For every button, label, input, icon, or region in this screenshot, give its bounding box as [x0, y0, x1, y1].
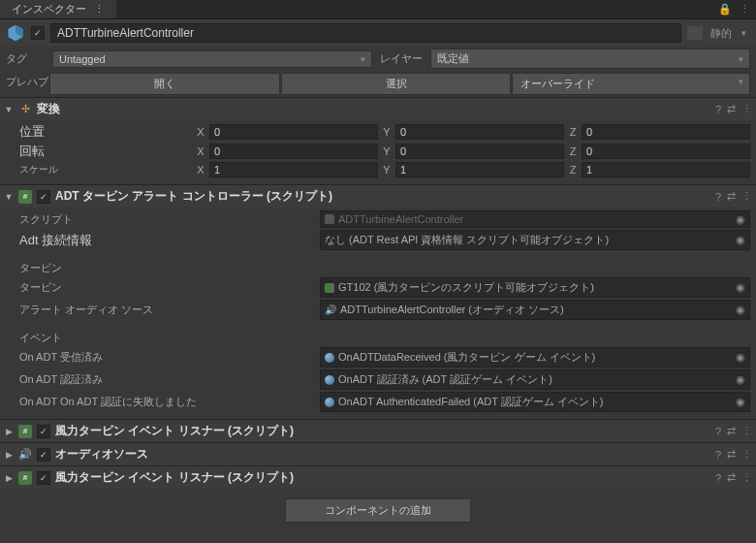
- collapsed-title-3: 風力タービン イベント リスナー (スクリプト): [55, 469, 710, 486]
- object-picker-icon[interactable]: ◉: [736, 396, 745, 408]
- tag-dropdown[interactable]: Untagged: [52, 50, 372, 68]
- prefab-select-button[interactable]: 選択: [281, 73, 512, 95]
- tag-value: Untagged: [59, 53, 106, 65]
- object-picker-icon[interactable]: ◉: [736, 303, 745, 316]
- foldout-collapsed-icon[interactable]: ▶: [4, 427, 14, 436]
- audio-source-section: ▶ 🔊 ✓ オーディオソース ?⇄⋮: [0, 442, 756, 465]
- script-icon: #: [18, 425, 32, 438]
- adt-script-header[interactable]: ▼ # ✓ ADT タービン アラート コントローラー (スクリプト) ?⇄⋮: [0, 185, 756, 208]
- scale-y-input[interactable]: [395, 162, 564, 177]
- audio-value: ADTTurbineAlertController (オーディオ ソース): [340, 303, 564, 317]
- adt-script-props: スクリプト ADTTurbineAlertController◉ Adt 接続情…: [0, 208, 756, 419]
- script-field[interactable]: ADTTurbineAlertController◉: [320, 210, 750, 228]
- context-menu-icon[interactable]: ⋮: [740, 3, 750, 16]
- help-icon[interactable]: ?: [715, 472, 721, 484]
- menu-icon[interactable]: ⋮: [741, 103, 752, 115]
- prefab-open-button[interactable]: 開く: [49, 73, 280, 95]
- component-enabled-checkbox[interactable]: ✓: [37, 471, 50, 485]
- speaker-icon: 🔊: [18, 448, 32, 461]
- foldout-icon[interactable]: ▼: [4, 192, 14, 202]
- turbine-field[interactable]: GT102 (風力タービンのスクリプト可能オブジェクト)◉: [320, 277, 750, 298]
- static-dropdown-icon[interactable]: ▾: [738, 28, 750, 38]
- position-label: 位置: [19, 123, 194, 141]
- add-component-button[interactable]: コンポーネントの追加: [285, 498, 471, 523]
- object-picker-icon[interactable]: ◉: [736, 213, 745, 226]
- menu-icon[interactable]: ⋮: [741, 425, 752, 437]
- help-icon[interactable]: ?: [715, 426, 721, 437]
- help-icon[interactable]: ?: [715, 191, 721, 203]
- position-y-input[interactable]: [395, 124, 564, 140]
- tag-layer-row: タグ Untagged レイヤー 既定値: [0, 47, 756, 71]
- conn-field[interactable]: なし (ADT Rest API 資格情報 スクリプト可能オブジェクト)◉: [320, 230, 750, 250]
- scale-z-input[interactable]: [582, 162, 750, 177]
- gameobject-name-input[interactable]: [50, 23, 681, 43]
- transform-section: ▼ ✢ 変換 ?⇄⋮ 位置 XYZ 回転 XYZ スケール XYZ: [0, 97, 756, 184]
- prefab-overrides-dropdown[interactable]: オーバーライド▾: [512, 73, 750, 95]
- audio-field[interactable]: 🔊ADTTurbineAlertController (オーディオ ソース)◉: [320, 300, 750, 320]
- tab-bar: インスペクター ⋮ 🔒 ⋮: [0, 0, 756, 19]
- object-picker-icon[interactable]: ◉: [736, 281, 745, 294]
- tab-menu-icon[interactable]: ⋮: [94, 3, 105, 16]
- component-enabled-checkbox[interactable]: ✓: [37, 425, 50, 438]
- event2-field[interactable]: OnADT 認証済み (ADT 認証ゲーム イベント)◉: [320, 369, 750, 390]
- wind-turbine-listener-2-header[interactable]: ▶ # ✓ 風力タービン イベント リスナー (スクリプト) ?⇄⋮: [0, 466, 756, 489]
- script-field-value: ADTTurbineAlertController: [338, 213, 463, 225]
- component-enabled-checkbox[interactable]: ✓: [37, 190, 50, 204]
- menu-icon[interactable]: ⋮: [741, 190, 752, 203]
- layer-dropdown[interactable]: 既定値: [430, 48, 750, 69]
- component-enabled-checkbox[interactable]: ✓: [37, 448, 50, 462]
- object-picker-icon[interactable]: ◉: [736, 351, 745, 364]
- object-picker-icon[interactable]: ◉: [736, 373, 745, 386]
- help-icon[interactable]: ?: [715, 104, 721, 115]
- foldout-collapsed-icon[interactable]: ▶: [4, 450, 14, 460]
- rotation-z-input[interactable]: [582, 144, 750, 159]
- x-label: X: [194, 124, 207, 140]
- preset-icon[interactable]: ⇄: [727, 103, 736, 115]
- preset-icon[interactable]: ⇄: [727, 471, 736, 484]
- event2-label: On ADT 認証済み: [19, 372, 320, 387]
- event3-field[interactable]: OnADT AuthenticatedFailed (ADT 認証ゲーム イベン…: [320, 392, 750, 412]
- game-event-icon: [325, 375, 334, 385]
- static-label: 静的: [710, 26, 732, 41]
- add-component-row: コンポーネントの追加: [0, 489, 756, 542]
- menu-icon[interactable]: ⋮: [741, 471, 752, 484]
- script-icon: #: [18, 471, 32, 485]
- preset-icon[interactable]: ⇄: [727, 425, 736, 437]
- lock-icon[interactable]: 🔒: [718, 3, 732, 16]
- game-event-icon: [325, 353, 334, 363]
- menu-icon[interactable]: ⋮: [741, 448, 752, 461]
- turbine-label: タービン: [19, 280, 320, 295]
- wind-turbine-listener-1-header[interactable]: ▶ # ✓ 風力タービン イベント リスナー (スクリプト) ?⇄⋮: [0, 420, 756, 442]
- active-checkbox[interactable]: ✓: [31, 26, 45, 40]
- scale-x-input[interactable]: [209, 162, 378, 177]
- event3-value: OnADT AuthenticatedFailed (ADT 認証ゲーム イベン…: [338, 395, 603, 409]
- preset-icon[interactable]: ⇄: [727, 448, 736, 461]
- static-color-swatch: [687, 26, 703, 40]
- event2-value: OnADT 認証済み (ADT 認証ゲーム イベント): [338, 372, 552, 387]
- turbine-value: GT102 (風力タービンのスクリプト可能オブジェクト): [338, 280, 594, 295]
- layer-value: 既定値: [437, 51, 469, 66]
- event1-field[interactable]: OnADTDataReceived (風力タービン ゲーム イベント)◉: [320, 347, 750, 367]
- events-section-label: イベント: [19, 331, 194, 345]
- adt-script-section: ▼ # ✓ ADT タービン アラート コントローラー (スクリプト) ?⇄⋮ …: [0, 184, 756, 419]
- preset-icon[interactable]: ⇄: [727, 190, 736, 203]
- inspector-tab[interactable]: インスペクター ⋮: [0, 0, 116, 18]
- foldout-collapsed-icon[interactable]: ▶: [4, 473, 14, 483]
- rotation-x-input[interactable]: [209, 144, 378, 159]
- prefab-overrides-label: オーバーライド: [520, 78, 595, 89]
- foldout-icon[interactable]: ▼: [4, 105, 14, 114]
- help-icon[interactable]: ?: [715, 449, 721, 461]
- conn-value: なし (ADT Rest API 資格情報 スクリプト可能オブジェクト): [325, 233, 609, 247]
- rotation-label: 回転: [19, 143, 194, 160]
- audio-label: アラート オーディオ ソース: [19, 303, 320, 317]
- rotation-y-input[interactable]: [395, 144, 564, 159]
- object-picker-icon[interactable]: ◉: [736, 234, 745, 246]
- position-x-input[interactable]: [209, 124, 378, 140]
- audio-source-header[interactable]: ▶ 🔊 ✓ オーディオソース ?⇄⋮: [0, 443, 756, 465]
- transform-header[interactable]: ▼ ✢ 変換 ?⇄⋮: [0, 98, 756, 120]
- scriptable-object-icon: [325, 283, 334, 293]
- transform-icon: ✢: [18, 103, 32, 116]
- event3-label: On ADT On ADT 認証に失敗しました: [19, 395, 320, 409]
- position-z-input[interactable]: [582, 124, 750, 140]
- collapsed-title-2: オーディオソース: [55, 446, 710, 463]
